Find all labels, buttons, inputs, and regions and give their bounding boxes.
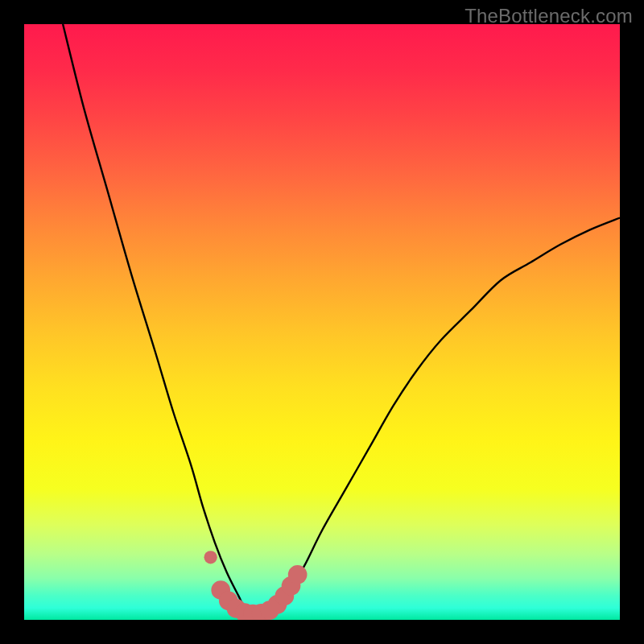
bottleneck-curve (63, 24, 620, 615)
curve-markers (204, 551, 307, 620)
chart-svg (24, 24, 620, 620)
chart-frame (24, 24, 620, 620)
source-attribution: TheBottleneck.com (464, 5, 633, 27)
marker-dot (288, 565, 308, 584)
marker-dot (204, 551, 217, 564)
